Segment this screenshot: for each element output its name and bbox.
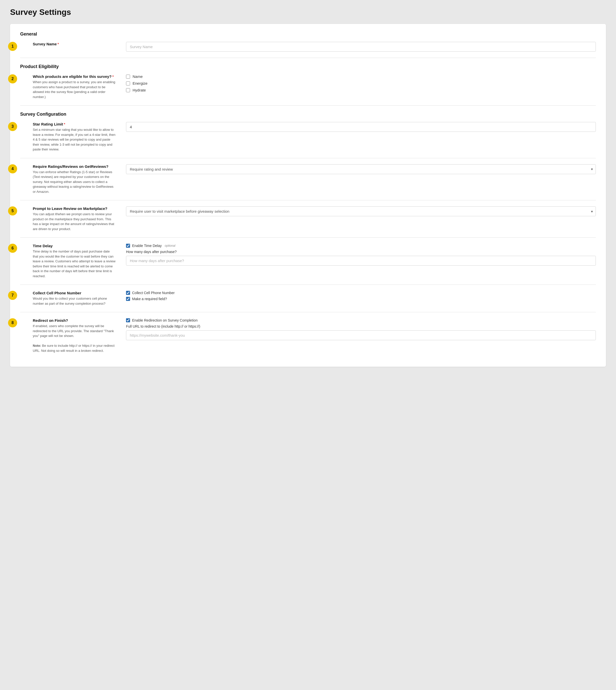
product-eligibility-content: Name Energize Hydrate: [126, 74, 596, 95]
require-ratings-field-label: Require Ratings/Reviews on GetReviews?: [33, 164, 116, 169]
require-ratings-row: 4 Require Ratings/Reviews on GetReviews?…: [20, 164, 596, 194]
star-rating-label-area: 3 Star Rating Limit* Set a minimum star …: [20, 122, 116, 152]
collect-phone-field-label: Collect Cell Phone Number: [33, 291, 116, 295]
product-eligibility-section-title: Product Eligibility: [20, 64, 596, 69]
redirect-field-label: Redirect on Finish?: [33, 318, 116, 322]
step-badge-3: 3: [8, 122, 17, 131]
survey-config-section-title: Survey Configuration: [20, 112, 596, 117]
redirect-row: 8 Redirect on Finish? If enabled, users …: [20, 318, 596, 353]
require-ratings-select[interactable]: Require rating and review Require rating…: [126, 164, 596, 174]
star-rating-input[interactable]: [126, 122, 596, 132]
step-badge-8: 8: [8, 318, 17, 327]
time-delay-content: Enable Time Delay optional How many days…: [126, 244, 596, 266]
product-name-checkbox[interactable]: [126, 74, 130, 79]
redirect-desc: If enabled, users who complete the surve…: [33, 324, 116, 353]
star-rating-content: [126, 122, 596, 132]
product-name-label: Name: [133, 74, 142, 79]
enable-redirect-label: Enable Redirection on Survey Completion: [132, 318, 198, 322]
collect-phone-checkbox-row: Collect Cell Phone Number: [126, 291, 596, 295]
days-after-purchase-input[interactable]: [126, 256, 596, 266]
step-badge-5: 5: [8, 206, 17, 216]
product-eligibility-field-label: Which products are eligible for this sur…: [33, 74, 116, 79]
product-hydrate-checkbox[interactable]: [126, 88, 130, 92]
make-required-checkbox-row: Make a required field?: [126, 297, 596, 301]
redirect-url-label: Full URL to redirect to (include http://…: [126, 324, 596, 328]
redirect-note-bold: Note:: [33, 344, 41, 348]
enable-redirect-checkbox[interactable]: [126, 318, 130, 322]
settings-card: General 1 Survey Name* Product Eligibili…: [10, 24, 606, 367]
step-badge-2: 2: [8, 74, 17, 83]
require-ratings-select-wrapper: Require rating and review Require rating…: [126, 164, 596, 174]
redirect-label-area: 8 Redirect on Finish? If enabled, users …: [20, 318, 116, 353]
product-energize-row: Energize: [126, 81, 596, 85]
step-badge-1: 1: [8, 42, 17, 51]
redirect-note-text: Be sure to include http:// or https:// i…: [33, 344, 114, 353]
enable-redirect-checkbox-row: Enable Redirection on Survey Completion: [126, 318, 596, 322]
make-required-label: Make a required field?: [132, 297, 167, 301]
product-eligibility-row: 2 Which products are eligible for this s…: [20, 74, 596, 99]
survey-name-input[interactable]: [126, 42, 596, 52]
time-delay-field-label: Time Delay: [33, 244, 116, 248]
survey-name-content: [126, 42, 596, 52]
collect-phone-content: Collect Cell Phone Number Make a require…: [126, 291, 596, 303]
prompt-marketplace-content: Require user to visit marketplace before…: [126, 206, 596, 216]
step-badge-7: 7: [8, 291, 17, 300]
redirect-url-input[interactable]: [126, 330, 596, 340]
divider-2: [20, 105, 596, 106]
page-title: Survey Settings: [10, 7, 606, 17]
collect-phone-checkbox[interactable]: [126, 291, 130, 295]
enable-time-delay-checkbox[interactable]: [126, 244, 130, 248]
survey-name-row: 1 Survey Name*: [20, 42, 596, 52]
prompt-marketplace-select[interactable]: Require user to visit marketplace before…: [126, 206, 596, 216]
product-eligibility-label-area: 2 Which products are eligible for this s…: [20, 74, 116, 99]
star-rating-field-label: Star Rating Limit*: [33, 122, 116, 126]
star-rating-row: 3 Star Rating Limit* Set a minimum star …: [20, 122, 596, 152]
step-badge-6: 6: [8, 244, 17, 253]
make-required-checkbox[interactable]: [126, 297, 130, 301]
require-ratings-desc: You can enforce whether Ratings (1-5 sta…: [33, 170, 116, 194]
divider-6: [20, 285, 596, 285]
days-after-purchase-label: How many days after purchase?: [126, 250, 596, 254]
product-hydrate-row: Hydrate: [126, 88, 596, 92]
required-star-3: *: [64, 122, 65, 126]
prompt-marketplace-row: 5 Prompt to Leave Review on Marketplace?…: [20, 206, 596, 231]
time-delay-row: 6 Time Delay Time delay is the number of…: [20, 244, 596, 279]
require-ratings-content: Require rating and review Require rating…: [126, 164, 596, 174]
prompt-marketplace-select-wrapper: Require user to visit marketplace before…: [126, 206, 596, 216]
product-eligibility-desc: When you assign a product to a survey, y…: [33, 80, 116, 99]
product-hydrate-label: Hydrate: [133, 88, 146, 92]
optional-label: optional: [165, 244, 175, 247]
prompt-marketplace-field-label: Prompt to Leave Review on Marketplace?: [33, 206, 116, 211]
redirect-content: Enable Redirection on Survey Completion …: [126, 318, 596, 340]
redirect-desc-text: If enabled, users who complete the surve…: [33, 324, 114, 338]
collect-phone-label-area: 7 Collect Cell Phone Number Would you li…: [20, 291, 116, 306]
collect-phone-checkbox-label: Collect Cell Phone Number: [132, 291, 175, 295]
time-delay-label-area: 6 Time Delay Time delay is the number of…: [20, 244, 116, 279]
survey-name-field-label: Survey Name*: [33, 42, 116, 46]
required-star-1: *: [58, 42, 59, 46]
product-name-row: Name: [126, 74, 596, 79]
divider-3: [20, 158, 596, 158]
time-delay-desc: Time delay is the number of days past pu…: [33, 249, 116, 279]
general-section-title: General: [20, 31, 596, 37]
collect-phone-row: 7 Collect Cell Phone Number Would you li…: [20, 291, 596, 306]
prompt-marketplace-desc: You can adjust if/when we prompt users t…: [33, 212, 116, 231]
enable-time-delay-label: Enable Time Delay: [132, 244, 162, 248]
divider-7: [20, 312, 596, 312]
star-rating-desc: Set a minimum star rating that you would…: [33, 127, 116, 152]
product-energize-checkbox[interactable]: [126, 82, 130, 85]
prompt-marketplace-label-area: 5 Prompt to Leave Review on Marketplace?…: [20, 206, 116, 231]
step-badge-4: 4: [8, 164, 17, 173]
required-star-2: *: [112, 74, 114, 79]
divider-4: [20, 200, 596, 200]
require-ratings-label-area: 4 Require Ratings/Reviews on GetReviews?…: [20, 164, 116, 194]
enable-time-delay-row: Enable Time Delay optional: [126, 244, 596, 248]
survey-name-label-area: 1 Survey Name*: [20, 42, 116, 47]
product-energize-label: Energize: [133, 81, 148, 85]
collect-phone-desc: Would you like to collect your customers…: [33, 296, 116, 306]
